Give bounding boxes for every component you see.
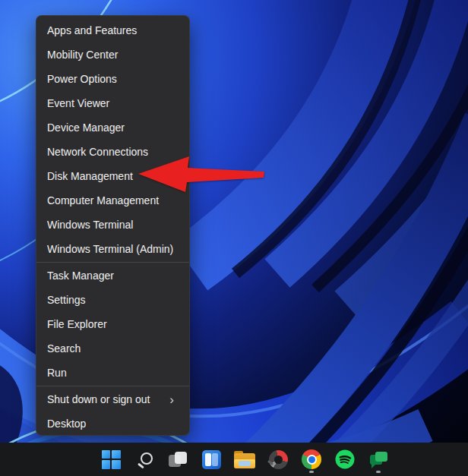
taskbar <box>0 443 468 476</box>
menu-item-network-connections[interactable]: Network Connections <box>36 140 189 164</box>
ring-app-button[interactable] <box>267 444 289 474</box>
menu-item-label: Run <box>47 367 67 379</box>
chrome-icon <box>302 449 321 469</box>
menu-item-label: Mobility Center <box>47 49 118 61</box>
widgets-icon <box>202 450 221 469</box>
menu-item-label: Settings <box>47 294 86 306</box>
menu-item-windows-terminal-admin[interactable]: Windows Terminal (Admin) <box>36 237 189 261</box>
task-view-button[interactable] <box>167 444 188 474</box>
taskbar-icon-group <box>100 444 389 474</box>
winx-context-menu: Apps and FeaturesMobility CenterPower Op… <box>36 15 190 436</box>
menu-item-mobility-center[interactable]: Mobility Center <box>36 43 189 67</box>
menu-item-settings[interactable]: Settings <box>36 288 189 312</box>
search-icon <box>135 450 153 468</box>
menu-item-label: Shut down or sign out <box>47 393 150 405</box>
spotify-button[interactable] <box>334 444 356 474</box>
menu-separator <box>36 386 189 386</box>
menu-item-device-manager[interactable]: Device Manager <box>36 115 189 140</box>
folder-icon <box>234 451 255 468</box>
menu-item-task-manager[interactable]: Task Manager <box>36 263 189 288</box>
menu-item-label: File Explorer <box>47 318 107 330</box>
windows-logo-icon <box>102 450 121 469</box>
taskbar-search-button[interactable] <box>134 444 155 474</box>
menu-item-label: Power Options <box>47 73 117 85</box>
menu-separator <box>36 262 189 263</box>
running-indicator <box>376 471 381 473</box>
start-button[interactable] <box>100 444 122 474</box>
menu-item-desktop[interactable]: Desktop <box>36 411 189 436</box>
menu-item-label: Desktop <box>47 418 86 430</box>
menu-item-shut-down-or-sign-out[interactable]: Shut down or sign out› <box>36 387 189 411</box>
menu-item-power-options[interactable]: Power Options <box>36 67 189 91</box>
menu-item-label: Device Manager <box>47 121 125 134</box>
menu-item-label: Windows Terminal (Admin) <box>47 243 173 255</box>
ring-app-icon <box>269 450 288 469</box>
menu-item-run[interactable]: Run <box>36 361 189 385</box>
chrome-button[interactable] <box>301 444 322 474</box>
google-chat-icon <box>369 450 388 469</box>
running-indicator <box>309 471 314 473</box>
menu-item-apps-and-features[interactable]: Apps and Features <box>36 18 189 43</box>
menu-item-label: Network Connections <box>47 146 148 158</box>
menu-item-windows-terminal[interactable]: Windows Terminal <box>36 213 189 237</box>
menu-item-label: Search <box>47 342 81 355</box>
menu-item-file-explorer[interactable]: File Explorer <box>36 312 189 336</box>
menu-item-search[interactable]: Search <box>36 336 189 361</box>
menu-item-event-viewer[interactable]: Event Viewer <box>36 91 189 115</box>
spotify-icon <box>335 449 355 469</box>
widgets-button[interactable] <box>201 444 222 474</box>
menu-item-label: Task Manager <box>47 270 114 282</box>
menu-item-disk-management[interactable]: Disk Management <box>36 164 189 188</box>
file-explorer-button[interactable] <box>234 444 255 474</box>
menu-item-label: Disk Management <box>47 170 133 182</box>
menu-item-computer-management[interactable]: Computer Management <box>36 188 189 213</box>
submenu-chevron-icon: › <box>169 393 174 406</box>
desktop-screen: Apps and FeaturesMobility CenterPower Op… <box>0 0 468 476</box>
menu-item-label: Computer Management <box>47 194 159 206</box>
task-view-icon <box>168 449 188 469</box>
menu-item-label: Windows Terminal <box>47 219 133 231</box>
menu-item-label: Apps and Features <box>47 24 137 36</box>
google-chat-button[interactable] <box>368 444 389 474</box>
menu-item-label: Event Viewer <box>47 97 109 109</box>
